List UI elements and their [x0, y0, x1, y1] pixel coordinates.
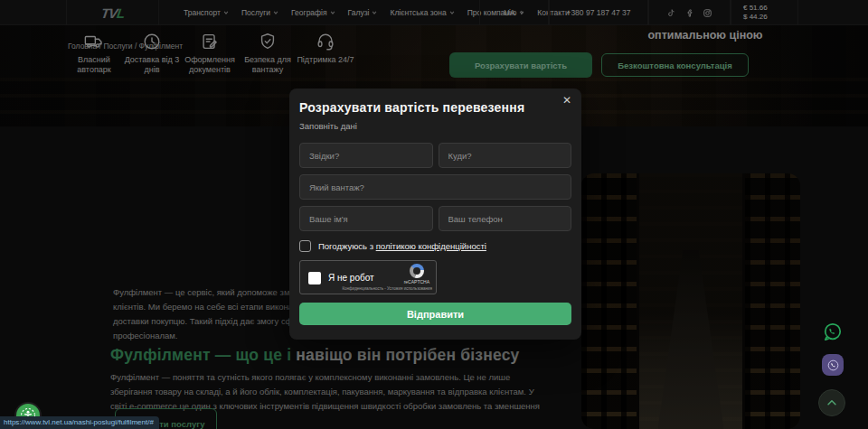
recaptcha-brand: reCAPTCHA [404, 279, 429, 284]
modal-title: Розрахувати вартість перевезення [299, 100, 571, 115]
recaptcha-label: Я не робот [328, 273, 374, 283]
recaptcha-widget: Я не робот reCAPTCHA Конфиденциальность … [299, 260, 437, 294]
from-input[interactable] [299, 143, 433, 168]
consent-checkbox[interactable] [299, 240, 311, 252]
chevron-up-icon [826, 396, 838, 409]
recaptcha-privacy-links[interactable]: Конфиденциальность - Условия использован… [342, 286, 432, 291]
privacy-policy-link[interactable]: політикою конфіденційності [376, 241, 486, 251]
modal-form [299, 143, 571, 231]
whatsapp-button[interactable] [822, 322, 843, 342]
scroll-to-top-button[interactable] [818, 389, 845, 416]
recaptcha-logo-icon [410, 264, 424, 278]
calculate-cost-modal: ✕ Розрахувати вартість перевезення Запов… [289, 89, 581, 340]
viber-button[interactable] [822, 354, 844, 376]
whatsapp-icon [822, 322, 843, 342]
consent-row: Погоджуюсь з політикою конфіденційності [299, 240, 571, 252]
modal-subtitle: Заповніть дані [299, 121, 571, 131]
to-input[interactable] [439, 143, 572, 168]
cargo-input[interactable] [299, 174, 571, 200]
phone-input[interactable] [439, 206, 572, 231]
viber-icon [826, 359, 840, 372]
consent-label: Погоджуюсь з політикою конфіденційності [318, 241, 486, 251]
browser-status-url: https://www.tvl.net.ua/nashi-poslugi/ful… [0, 416, 159, 429]
submit-button[interactable]: Відправити [299, 303, 571, 325]
name-input[interactable] [299, 206, 433, 231]
consent-text: Погоджуюсь з [318, 241, 376, 251]
close-icon[interactable]: ✕ [561, 93, 573, 107]
recaptcha-checkbox[interactable] [308, 272, 321, 284]
